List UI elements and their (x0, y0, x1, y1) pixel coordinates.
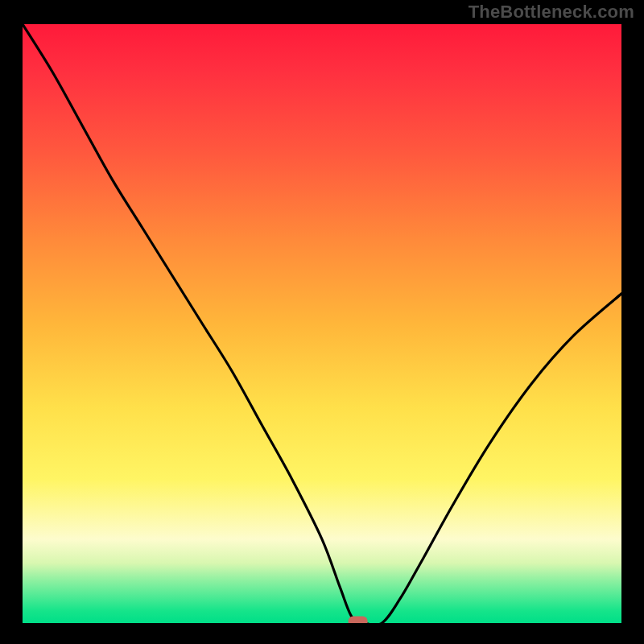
bottleneck-curve (23, 24, 621, 623)
plot-area (23, 24, 621, 623)
minimum-marker (349, 617, 368, 624)
watermark-text: TheBottleneck.com (469, 2, 634, 23)
chart-frame: TheBottleneck.com (0, 0, 644, 644)
curve-svg (23, 24, 621, 623)
